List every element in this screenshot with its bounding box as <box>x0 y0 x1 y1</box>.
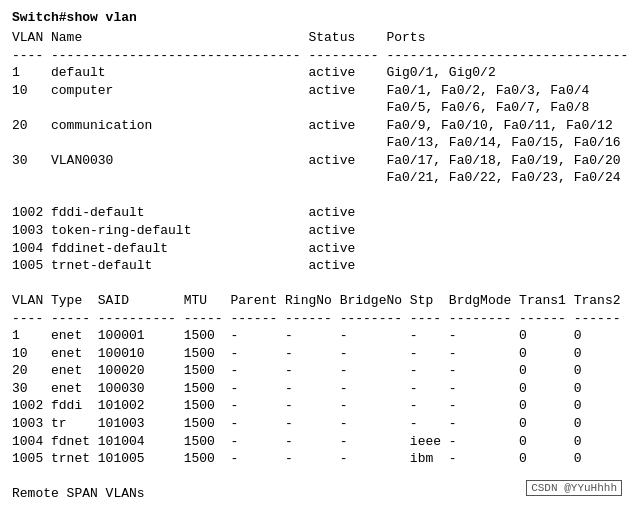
watermark: CSDN @YYuHhhh <box>526 480 622 496</box>
terminal-window: Switch#show vlan VLAN Name Status Ports … <box>12 10 620 506</box>
command-line: Switch#show vlan <box>12 10 620 25</box>
terminal-output: VLAN Name Status Ports ---- ------------… <box>12 29 620 506</box>
